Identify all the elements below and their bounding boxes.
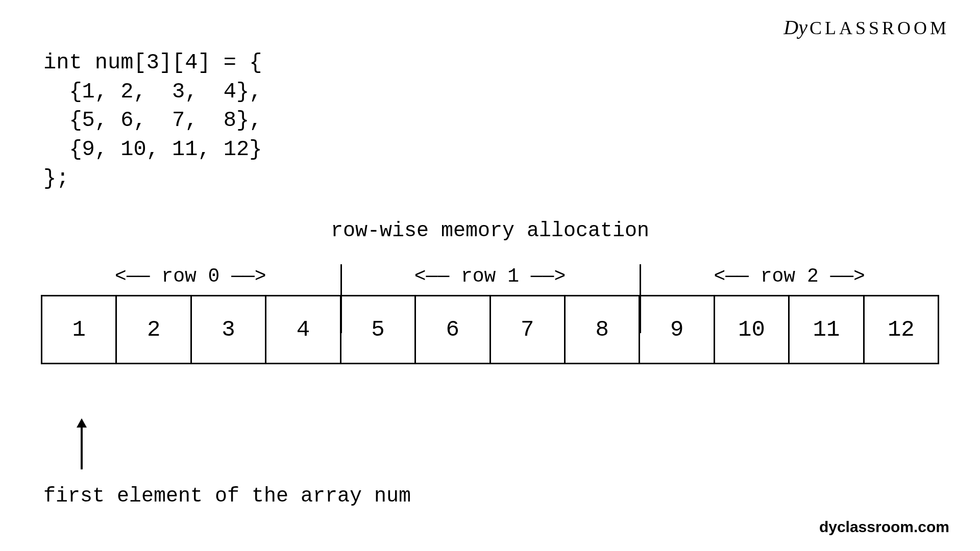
cell-10: 11 <box>790 296 864 363</box>
cell-3: 4 <box>266 296 341 363</box>
cell-6: 7 <box>491 296 566 363</box>
cell-0: 1 <box>42 296 117 363</box>
row-label-2: <—— row 2 ——> <box>640 265 939 287</box>
arrow-up-icon <box>74 418 89 469</box>
logo: DyCLASSROOM <box>783 15 949 39</box>
memory-diagram: <—— row 0 ——> <—— row 1 ——> <—— row 2 ——… <box>41 265 939 364</box>
cell-11: 12 <box>865 296 938 363</box>
cell-4: 5 <box>341 296 416 363</box>
cell-5: 6 <box>416 296 491 363</box>
logo-prefix: Dy <box>783 16 807 39</box>
cell-7: 8 <box>566 296 640 363</box>
cell-9: 10 <box>715 296 790 363</box>
cell-8: 9 <box>640 296 715 363</box>
cell-2: 3 <box>192 296 266 363</box>
code-block: int num[3][4] = { {1, 2, 3, 4}, {5, 6, 7… <box>43 48 262 193</box>
memory-cells: 1 2 3 4 5 6 7 8 9 10 11 12 <box>41 295 939 364</box>
footer-url: dyclassroom.com <box>819 518 949 536</box>
row-label-1: <—— row 1 ——> <box>340 265 640 287</box>
row-labels: <—— row 0 ——> <—— row 1 ——> <—— row 2 ——… <box>41 265 939 287</box>
first-element-label: first element of the array num <box>43 485 411 508</box>
logo-text: CLASSROOM <box>810 18 949 38</box>
diagram-title: row-wise memory allocation <box>331 219 649 242</box>
cell-1: 2 <box>117 296 191 363</box>
svg-marker-3 <box>77 418 87 428</box>
row-label-0: <—— row 0 ——> <box>41 265 340 287</box>
